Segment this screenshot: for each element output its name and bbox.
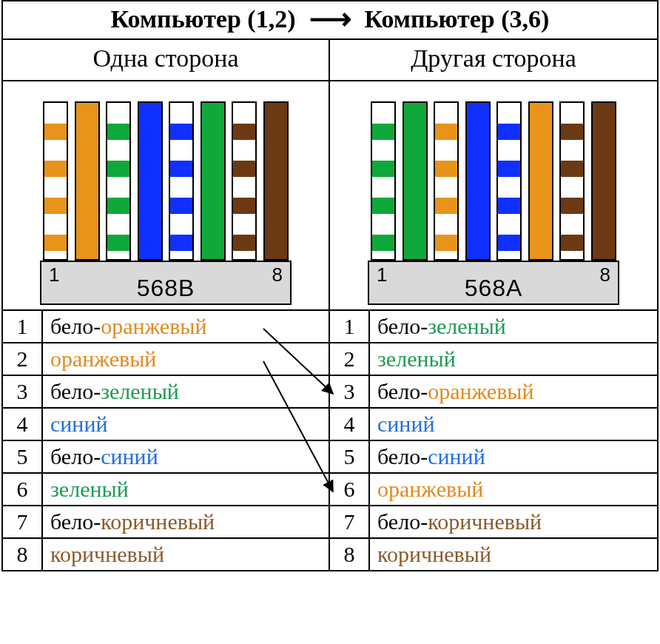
wire-number: 6 <box>330 474 370 505</box>
wire-row: 7бело-коричневый <box>3 506 329 539</box>
wire <box>263 101 289 261</box>
wire-label: оранжевый <box>370 474 657 505</box>
wire-label: коричневый <box>370 539 657 570</box>
wire <box>232 101 257 261</box>
wire-row: 3бело-оранжевый <box>330 376 657 409</box>
wire-label: синий <box>43 409 329 440</box>
wire-row: 1бело-оранжевый <box>3 311 329 343</box>
wire-number: 8 <box>330 539 370 570</box>
arrow-icon: ⟶ <box>309 4 351 34</box>
wire-number: 5 <box>330 441 370 472</box>
wire-number: 4 <box>330 409 370 440</box>
wire-number: 7 <box>330 506 370 537</box>
left-side-title: Одна сторона <box>3 40 329 81</box>
wire <box>434 101 459 261</box>
wire <box>106 101 131 261</box>
wire-number: 1 <box>330 311 370 342</box>
wire-label: бело-оранжевый <box>43 311 329 342</box>
right-plug-base: 1 8 568A <box>368 261 619 305</box>
wire-row: 8коричневый <box>3 539 329 570</box>
left-half: Одна сторона 1 8 568B 1бело-оранжевый2ор… <box>3 40 330 570</box>
wire-number: 8 <box>3 539 43 570</box>
left-standard: 568B <box>41 275 290 302</box>
left-plug-base: 1 8 568B <box>40 261 292 305</box>
right-connector-area: 1 8 568A <box>330 81 657 311</box>
left-wires <box>40 101 292 261</box>
wire-label: оранжевый <box>43 343 329 375</box>
wire-label: бело-коричневый <box>43 506 329 537</box>
wire-number: 7 <box>3 506 43 537</box>
right-wire-list: 1бело-зеленый2зеленый3бело-оранжевый4син… <box>330 311 657 570</box>
wire-label: бело-коричневый <box>370 506 657 537</box>
wire-number: 3 <box>330 376 370 407</box>
title-to: Компьютер (3,6) <box>365 5 550 33</box>
right-half: Другая сторона 1 8 568A 1бело-зеленый2зе… <box>330 40 657 570</box>
right-side-title: Другая сторона <box>330 40 657 81</box>
wire-label: синий <box>370 409 657 440</box>
wire-number: 2 <box>3 343 43 375</box>
wire-number: 2 <box>330 343 370 375</box>
right-wires <box>368 101 619 261</box>
wire-row: 2зеленый <box>330 343 657 376</box>
wire-label: бело-оранжевый <box>370 376 657 407</box>
wire <box>43 101 68 261</box>
wire-number: 1 <box>3 311 43 342</box>
wire <box>591 101 616 261</box>
left-connector-area: 1 8 568B <box>3 81 329 311</box>
wire-row: 7бело-коричневый <box>330 506 657 539</box>
title-from: Компьютер (1,2) <box>111 5 296 33</box>
wire-row: 1бело-зеленый <box>330 311 657 343</box>
left-wire-list: 1бело-оранжевый2оранжевый3бело-зеленый4с… <box>3 311 329 570</box>
wire <box>201 101 226 261</box>
halves: Одна сторона 1 8 568B 1бело-оранжевый2ор… <box>3 40 657 570</box>
wire-number: 4 <box>3 409 43 440</box>
wire-row: 3бело-зеленый <box>3 376 329 409</box>
diagram-frame: Компьютер (1,2) ⟶ Компьютер (3,6) Одна с… <box>1 0 659 571</box>
wire-row: 2оранжевый <box>3 343 329 376</box>
wire-number: 3 <box>3 376 43 407</box>
wire <box>169 101 194 261</box>
wire <box>138 101 163 261</box>
wire-label: бело-синий <box>43 441 329 472</box>
wire-row: 5бело-синий <box>330 441 657 474</box>
wire <box>371 101 396 261</box>
wire-row: 8коричневый <box>330 539 657 570</box>
wire <box>403 101 428 261</box>
left-connector: 1 8 568B <box>40 101 292 305</box>
wire-row: 4синий <box>330 409 657 441</box>
wire-label: зеленый <box>370 343 657 375</box>
wire <box>528 101 553 261</box>
wire <box>559 101 585 261</box>
wire-row: 6зеленый <box>3 474 329 506</box>
wire-row: 4синий <box>3 409 329 441</box>
wire <box>75 101 100 261</box>
right-standard: 568A <box>369 275 618 302</box>
wire-number: 6 <box>3 474 43 505</box>
wire-label: бело-зеленый <box>370 311 657 342</box>
title-row: Компьютер (1,2) ⟶ Компьютер (3,6) <box>3 1 657 40</box>
wire-label: коричневый <box>43 539 329 570</box>
wire-number: 5 <box>3 441 43 472</box>
right-connector: 1 8 568A <box>368 101 619 305</box>
wire-label: бело-зеленый <box>43 376 329 407</box>
wire-label: бело-синий <box>370 441 657 472</box>
wire <box>465 101 491 261</box>
wire-row: 5бело-синий <box>3 441 329 474</box>
wire-label: зеленый <box>43 474 329 505</box>
wire-row: 6оранжевый <box>330 474 657 506</box>
wire <box>496 101 522 261</box>
